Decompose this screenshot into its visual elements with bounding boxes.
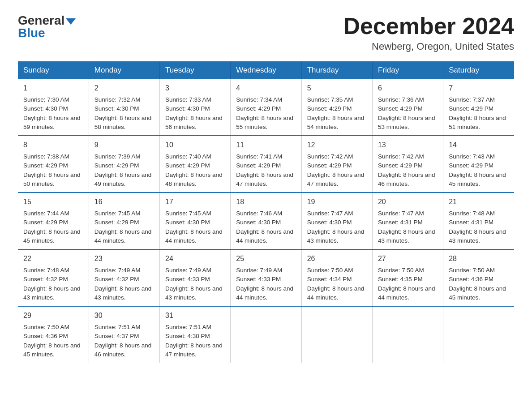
- sunset-text: Sunset: 4:36 PM: [23, 333, 68, 339]
- daylight-text: Daylight: 8 hours and 58 minutes.: [94, 115, 152, 130]
- day-cell: 4Sunrise: 7:34 AMSunset: 4:29 PMDaylight…: [231, 79, 301, 136]
- day-number: 23: [94, 253, 154, 264]
- day-cell: 23Sunrise: 7:49 AMSunset: 4:32 PMDayligh…: [89, 249, 159, 306]
- daylight-text: Daylight: 8 hours and 43 minutes.: [23, 285, 81, 301]
- sunrise-text: Sunrise: 7:50 AM: [449, 267, 495, 274]
- week-row-4: 22Sunrise: 7:48 AMSunset: 4:32 PMDayligh…: [18, 249, 514, 306]
- sunrise-text: Sunrise: 7:47 AM: [307, 210, 353, 217]
- daylight-text: Daylight: 8 hours and 50 minutes.: [23, 171, 81, 187]
- day-cell: [301, 306, 372, 363]
- sunset-text: Sunset: 4:29 PM: [94, 219, 139, 226]
- day-number: 2: [94, 83, 154, 94]
- day-number: 5: [307, 83, 367, 94]
- day-cell: 29Sunrise: 7:50 AMSunset: 4:36 PMDayligh…: [18, 306, 89, 363]
- daylight-text: Daylight: 8 hours and 44 minutes.: [236, 285, 293, 301]
- calendar-table: SundayMondayTuesdayWednesdayThursdayFrid…: [18, 61, 514, 363]
- day-number: 17: [165, 197, 225, 207]
- day-number: 26: [307, 253, 367, 264]
- week-row-1: 1Sunrise: 7:30 AMSunset: 4:30 PMDaylight…: [18, 79, 514, 136]
- daylight-text: Daylight: 8 hours and 46 minutes.: [378, 171, 435, 187]
- week-row-5: 29Sunrise: 7:50 AMSunset: 4:36 PMDayligh…: [18, 306, 514, 363]
- daylight-text: Daylight: 8 hours and 54 minutes.: [307, 115, 365, 130]
- sunset-text: Sunset: 4:37 PM: [94, 333, 139, 339]
- daylight-text: Daylight: 8 hours and 46 minutes.: [94, 342, 152, 358]
- sunset-text: Sunset: 4:38 PM: [165, 333, 210, 339]
- sunset-text: Sunset: 4:29 PM: [165, 162, 210, 169]
- day-number: 14: [449, 140, 509, 150]
- sunset-text: Sunset: 4:34 PM: [307, 276, 352, 283]
- daylight-text: Daylight: 8 hours and 51 minutes.: [449, 115, 506, 130]
- day-number: 27: [378, 253, 438, 264]
- daylight-text: Daylight: 8 hours and 43 minutes.: [449, 228, 506, 244]
- day-number: 19: [307, 197, 367, 207]
- sunset-text: Sunset: 4:32 PM: [23, 276, 68, 283]
- day-number: 4: [236, 83, 296, 94]
- sunrise-text: Sunrise: 7:37 AM: [449, 96, 495, 103]
- sunrise-text: Sunrise: 7:45 AM: [165, 210, 211, 217]
- header-monday: Monday: [89, 61, 159, 79]
- daylight-text: Daylight: 8 hours and 59 minutes.: [23, 115, 81, 130]
- day-cell: 2Sunrise: 7:32 AMSunset: 4:30 PMDaylight…: [89, 79, 159, 136]
- sunset-text: Sunset: 4:30 PM: [236, 219, 281, 226]
- sunrise-text: Sunrise: 7:50 AM: [23, 324, 69, 330]
- daylight-text: Daylight: 8 hours and 45 minutes.: [449, 285, 506, 301]
- daylight-text: Daylight: 8 hours and 53 minutes.: [378, 115, 435, 130]
- daylight-text: Daylight: 8 hours and 44 minutes.: [236, 228, 293, 244]
- day-number: 18: [236, 197, 296, 207]
- day-number: 13: [378, 140, 438, 150]
- day-number: 3: [165, 83, 225, 94]
- sunrise-text: Sunrise: 7:42 AM: [378, 153, 424, 160]
- sunrise-text: Sunrise: 7:49 AM: [94, 267, 141, 274]
- day-number: 30: [94, 310, 154, 321]
- daylight-text: Daylight: 8 hours and 49 minutes.: [94, 171, 152, 187]
- sunrise-text: Sunrise: 7:50 AM: [307, 267, 353, 274]
- day-cell: [443, 306, 514, 363]
- title-area: December 2024 Newberg, Oregon, United St…: [343, 13, 514, 52]
- sunrise-text: Sunrise: 7:36 AM: [378, 96, 424, 103]
- day-cell: 28Sunrise: 7:50 AMSunset: 4:36 PMDayligh…: [443, 249, 514, 306]
- week-row-3: 15Sunrise: 7:44 AMSunset: 4:29 PMDayligh…: [18, 193, 514, 249]
- header-thursday: Thursday: [301, 61, 372, 79]
- day-cell: 1Sunrise: 7:30 AMSunset: 4:30 PMDaylight…: [18, 79, 89, 136]
- day-cell: 15Sunrise: 7:44 AMSunset: 4:29 PMDayligh…: [18, 193, 89, 249]
- daylight-text: Daylight: 8 hours and 44 minutes.: [378, 285, 435, 301]
- sunset-text: Sunset: 4:29 PM: [307, 105, 352, 112]
- sunrise-text: Sunrise: 7:35 AM: [307, 96, 353, 103]
- day-cell: 24Sunrise: 7:49 AMSunset: 4:33 PMDayligh…: [160, 249, 231, 306]
- day-cell: 6Sunrise: 7:36 AMSunset: 4:29 PMDaylight…: [372, 79, 443, 136]
- daylight-text: Daylight: 8 hours and 56 minutes.: [165, 115, 223, 130]
- day-number: 24: [165, 253, 225, 264]
- month-title: December 2024: [343, 13, 514, 39]
- day-cell: 16Sunrise: 7:45 AMSunset: 4:29 PMDayligh…: [89, 193, 159, 249]
- daylight-text: Daylight: 8 hours and 43 minutes.: [307, 228, 365, 244]
- day-number: 11: [236, 140, 296, 150]
- day-number: 25: [236, 253, 296, 264]
- daylight-text: Daylight: 8 hours and 45 minutes.: [23, 342, 81, 358]
- day-cell: 8Sunrise: 7:38 AMSunset: 4:29 PMDaylight…: [18, 136, 89, 193]
- logo-arrow-icon: [66, 18, 76, 25]
- day-number: 1: [23, 83, 83, 94]
- day-number: 16: [94, 197, 154, 207]
- day-cell: 26Sunrise: 7:50 AMSunset: 4:34 PMDayligh…: [301, 249, 372, 306]
- sunset-text: Sunset: 4:32 PM: [94, 276, 139, 283]
- sunrise-text: Sunrise: 7:51 AM: [94, 324, 141, 330]
- day-number: 29: [23, 310, 83, 321]
- sunrise-text: Sunrise: 7:50 AM: [378, 267, 424, 274]
- sunrise-text: Sunrise: 7:39 AM: [94, 153, 141, 160]
- sunset-text: Sunset: 4:30 PM: [307, 219, 352, 226]
- day-number: 31: [165, 310, 225, 321]
- page-header: General Blue December 2024 Newberg, Oreg…: [18, 13, 514, 52]
- sunrise-text: Sunrise: 7:43 AM: [449, 153, 495, 160]
- day-cell: [372, 306, 443, 363]
- day-cell: 22Sunrise: 7:48 AMSunset: 4:32 PMDayligh…: [18, 249, 89, 306]
- location-title: Newberg, Oregon, United States: [343, 41, 514, 52]
- daylight-text: Daylight: 8 hours and 44 minutes.: [94, 228, 152, 244]
- day-cell: 18Sunrise: 7:46 AMSunset: 4:30 PMDayligh…: [231, 193, 301, 249]
- sunset-text: Sunset: 4:29 PM: [307, 162, 352, 169]
- day-cell: 31Sunrise: 7:51 AMSunset: 4:38 PMDayligh…: [160, 306, 231, 363]
- sunset-text: Sunset: 4:29 PM: [449, 105, 493, 112]
- sunrise-text: Sunrise: 7:49 AM: [236, 267, 282, 274]
- sunset-text: Sunset: 4:33 PM: [236, 276, 281, 283]
- calendar-header-row: SundayMondayTuesdayWednesdayThursdayFrid…: [18, 61, 514, 79]
- sunset-text: Sunset: 4:30 PM: [165, 105, 210, 112]
